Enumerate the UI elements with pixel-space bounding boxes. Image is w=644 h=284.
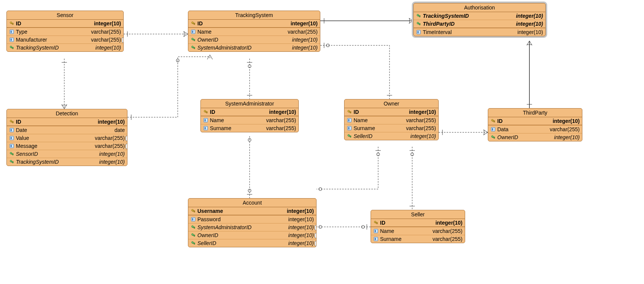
entity-attribute[interactable]: IDinteger(10) — [201, 108, 298, 116]
attribute-name: ID — [197, 20, 287, 26]
entity-trackingsystem[interactable]: TrackingSystemIDinteger(10)Namevarchar(2… — [188, 11, 320, 52]
foreign-key-icon — [416, 21, 421, 26]
entity-attribute[interactable]: SensorIDinteger(10) — [7, 150, 127, 158]
svg-rect-99 — [375, 238, 376, 240]
entity-detection[interactable]: DetectionIDinteger(10)DatedateValuevarch… — [6, 109, 127, 166]
nullable-badge-icon: N — [122, 37, 124, 43]
nullable-badge-icon: N — [315, 225, 317, 230]
entity-attribute[interactable]: OwnerIDinteger(10) — [188, 36, 320, 43]
primary-key-icon — [191, 21, 196, 26]
attribute-name: ID — [16, 119, 94, 125]
entity-account[interactable]: AccountUsernameinteger(10)Passwordintege… — [188, 198, 317, 247]
attribute-type: varchar(255) — [87, 37, 121, 43]
foreign-key-icon — [416, 13, 421, 19]
entity-attribute[interactable]: ThirdPartyIDinteger(10) — [414, 20, 545, 28]
entity-attribute[interactable]: Typevarchar(255) — [7, 28, 123, 36]
entity-attribute[interactable]: Valuevarchar(255)N — [7, 134, 127, 142]
attribute-type: integer(10) — [283, 208, 314, 214]
entity-attribute[interactable]: IDinteger(10) — [345, 108, 438, 116]
attribute-type: varchar(255) — [284, 29, 318, 35]
entity-systemadministrator[interactable]: SystemAdministratorIDinteger(10)Namevarc… — [200, 99, 299, 132]
entity-attribute[interactable]: SellerIDinteger(10) — [345, 132, 438, 140]
entity-attribute[interactable]: IDinteger(10) — [7, 20, 123, 28]
svg-rect-97 — [375, 230, 376, 232]
entity-attribute[interactable]: Datavarchar(255) — [488, 125, 582, 133]
entity-attribute[interactable]: Manufacturervarchar(255)N — [7, 36, 123, 43]
attribute-name: TrackingSystemID — [423, 13, 512, 19]
attribute-type: integer(10) — [550, 134, 580, 140]
entity-seller[interactable]: SellerIDinteger(10)Namevarchar(255)Surna… — [371, 210, 465, 243]
svg-rect-83 — [192, 218, 193, 220]
foreign-key-icon — [9, 45, 14, 50]
attribute-name: SystemAdministratorID — [197, 45, 288, 51]
entity-attribute[interactable]: Namevarchar(255) — [188, 28, 320, 36]
entity-attribute[interactable]: SystemAdministratorIDinteger(10)N — [188, 223, 316, 231]
attribute-type: integer(10) — [284, 232, 314, 238]
entity-sensor[interactable]: SensorIDinteger(10)Typevarchar(255)Manuf… — [6, 11, 124, 52]
entity-attribute[interactable]: Usernameinteger(10) — [188, 207, 316, 215]
foreign-key-icon — [191, 241, 196, 246]
attribute-name: Name — [197, 29, 284, 35]
entity-attribute[interactable]: TimeIntervalinteger(10) — [414, 28, 545, 36]
entity-attribute[interactable]: TrackingSystemIDinteger(10) — [7, 158, 127, 166]
attribute-type: integer(10) — [431, 220, 462, 226]
attribute-type: integer(10) — [94, 119, 125, 125]
entity-attribute[interactable]: Namevarchar(255) — [371, 227, 465, 235]
attribute-type: varchar(255) — [429, 236, 462, 242]
entity-body: IDinteger(10)Typevarchar(255)Manufacture… — [7, 20, 123, 51]
foreign-key-icon — [191, 225, 196, 230]
attribute-name: Name — [354, 117, 402, 123]
entity-owner[interactable]: OwnerIDinteger(10)Namevarchar(255)Surnam… — [344, 99, 439, 140]
attribute-name: TrackingSystemID — [16, 159, 95, 165]
entity-attribute[interactable]: SystemAdministratorIDinteger(10) — [188, 43, 320, 51]
entity-attribute[interactable]: Surnamevarchar(255) — [201, 124, 298, 132]
entity-attribute[interactable]: SellerIDinteger(10)N — [188, 239, 316, 247]
attribute-type: varchar(255) — [546, 126, 580, 132]
entity-attribute[interactable]: OwnerIDinteger(10) — [488, 133, 582, 141]
svg-rect-58 — [205, 119, 206, 121]
entity-authorisation[interactable]: AuthorisationTrackingSystemIDinteger(10)… — [413, 3, 546, 36]
attribute-type: integer(10) — [549, 118, 580, 124]
svg-rect-89 — [194, 236, 195, 236]
svg-rect-75 — [492, 128, 493, 130]
attribute-type: integer(10) — [95, 151, 125, 157]
column-icon — [191, 217, 196, 222]
column-icon — [9, 127, 14, 133]
entity-thirdparty[interactable]: ThirdPartyIDinteger(10)Datavarchar(255)O… — [488, 108, 582, 141]
attribute-name: Value — [16, 135, 91, 141]
entity-attribute[interactable]: Surnamevarchar(255) — [345, 124, 438, 132]
attribute-type: integer(10) — [405, 109, 436, 115]
entity-attribute[interactable]: Namevarchar(255) — [201, 116, 298, 124]
svg-rect-27 — [194, 40, 195, 41]
entity-attribute[interactable]: IDinteger(10) — [7, 118, 127, 126]
column-icon — [203, 118, 208, 123]
attribute-name: ID — [380, 220, 431, 226]
entity-title: Sensor — [7, 11, 123, 20]
attribute-name: SensorID — [16, 151, 95, 157]
entity-body: IDinteger(10)Namevarchar(255)Surnamevarc… — [371, 219, 465, 243]
svg-point-6 — [319, 188, 322, 191]
attribute-type: varchar(255) — [402, 117, 436, 123]
entity-attribute[interactable]: TrackingSystemIDinteger(10) — [414, 12, 545, 20]
attribute-name: SellerID — [354, 133, 407, 139]
entity-attribute[interactable]: TrackingSystemIDinteger(10) — [7, 43, 123, 51]
entity-title: Account — [188, 199, 316, 207]
entity-body: IDinteger(10)Namevarchar(255)Surnamevarc… — [201, 108, 298, 132]
attribute-type: integer(10) — [514, 29, 543, 35]
attribute-type: date — [111, 127, 125, 133]
attribute-type: varchar(255) — [91, 143, 125, 149]
entity-attribute[interactable]: Passwordinteger(10) — [188, 215, 316, 223]
entity-attribute[interactable]: IDinteger(10) — [371, 219, 465, 227]
attribute-name: OwnerID — [197, 37, 288, 43]
foreign-key-icon — [9, 151, 14, 157]
attribute-type: varchar(255) — [429, 228, 462, 234]
entity-attribute[interactable]: Namevarchar(255) — [345, 116, 438, 124]
entity-attribute[interactable]: Surnamevarchar(255) — [371, 235, 465, 243]
entity-attribute[interactable]: OwnerIDinteger(10)N — [188, 231, 316, 239]
entity-attribute[interactable]: IDinteger(10) — [488, 117, 582, 125]
entity-attribute[interactable]: IDinteger(10) — [188, 20, 320, 28]
primary-key-icon — [347, 109, 352, 115]
primary-key-icon — [490, 118, 496, 124]
entity-attribute[interactable]: Datedate — [7, 126, 127, 134]
entity-attribute[interactable]: Messagevarchar(255)N — [7, 142, 127, 150]
